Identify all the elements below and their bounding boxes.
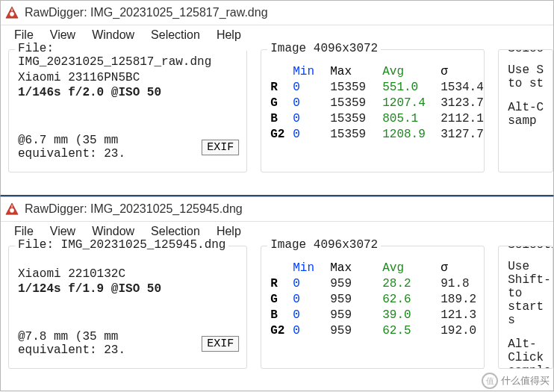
- channel-label: G2: [270, 324, 293, 337]
- col-max: Max: [330, 261, 382, 275]
- col-min: Min: [293, 261, 330, 275]
- avg-value: 39.0: [382, 308, 441, 322]
- title-bar: RawDigger: IMG_20231025_125817_raw.dng: [1, 1, 553, 25]
- channel-label: B: [270, 308, 293, 322]
- svg-point-1: [10, 12, 14, 16]
- menu-item[interactable]: Selection: [143, 27, 208, 43]
- avg-value: 805.1: [382, 112, 441, 125]
- channel-label: R: [270, 81, 293, 94]
- selection-hint: Alt-C: [508, 101, 545, 114]
- camera-model: Xiaomi 23116PN5BC: [18, 71, 239, 84]
- selection-legend: Selection/: [505, 246, 553, 252]
- sigma-value: 2112.1: [441, 112, 489, 125]
- sigma-value: 3123.7: [441, 96, 489, 110]
- col-sigma: σ: [441, 65, 489, 78]
- max-value: 959: [330, 293, 382, 306]
- menu-item[interactable]: Window: [84, 223, 142, 240]
- sigma-value: 189.2: [441, 293, 489, 306]
- menu-item[interactable]: File: [7, 27, 41, 43]
- min-value: 0: [293, 277, 330, 290]
- title-bar: RawDigger: IMG_20231025_125945.dng: [1, 197, 553, 222]
- max-value: 959: [330, 324, 382, 337]
- min-value: 0: [293, 293, 330, 306]
- svg-rect-2: [11, 9, 12, 12]
- min-value: 0: [293, 308, 330, 322]
- file-legend: File: IMG_20231025_125817_raw.dng: [15, 42, 246, 69]
- watermark-text: 什么值得买: [501, 374, 550, 388]
- selection-legend: Selec: [505, 49, 547, 55]
- menu-item[interactable]: File: [7, 223, 41, 240]
- selection-hint: Alt-Click: [508, 337, 545, 364]
- avg-value: 551.0: [382, 81, 441, 94]
- menu-item[interactable]: View: [43, 27, 83, 43]
- watermark: 值 什么值得买: [482, 373, 550, 389]
- col-avg: Avg: [382, 261, 441, 275]
- svg-rect-5: [11, 205, 12, 208]
- exposure-info: 1/124s f/1.9 @ISO 50: [18, 282, 239, 296]
- min-value: 0: [293, 112, 330, 125]
- col-max: Max: [330, 65, 382, 78]
- exif-button[interactable]: EXIF: [202, 140, 239, 155]
- col-min: Min: [293, 65, 330, 78]
- file-panel: File: IMG_20231025_125945.dngXiaomi 2210…: [8, 246, 247, 369]
- max-value: 959: [330, 308, 382, 322]
- avg-value: 62.5: [382, 324, 441, 337]
- camera-model: Xiaomi 2210132C: [18, 267, 239, 281]
- selection-hint: Use S: [508, 63, 545, 77]
- max-value: 15359: [330, 81, 382, 94]
- selection-hint: Use Shift-: [508, 260, 545, 287]
- file-panel: File: IMG_20231025_125817_raw.dngXiaomi …: [8, 49, 247, 172]
- menu-item[interactable]: View: [43, 223, 83, 240]
- svg-point-4: [10, 208, 14, 213]
- max-value: 959: [330, 277, 382, 290]
- min-value: 0: [293, 324, 330, 337]
- watermark-icon: 值: [482, 373, 498, 389]
- image-stats-panel: Image 4096x3072MinMaxAvgσR015359551.0153…: [261, 49, 485, 172]
- min-value: 0: [293, 81, 330, 94]
- stats-table: MinMaxAvgσR095928.291.8G095962.6189.2B09…: [270, 261, 476, 337]
- sigma-value: 91.8: [441, 277, 489, 290]
- col-avg: Avg: [382, 65, 441, 78]
- stats-table: MinMaxAvgσR015359551.01534.4G0153591207.…: [270, 65, 476, 141]
- channel-label: G2: [270, 128, 293, 141]
- selection-hint: sample: [508, 364, 545, 369]
- window-title: RawDigger: IMG_20231025_125945.dng: [25, 202, 243, 216]
- max-value: 15359: [330, 128, 382, 141]
- avg-value: 1207.4: [382, 96, 441, 110]
- image-legend: Image 4096x3072: [267, 42, 381, 55]
- menu-item[interactable]: Selection: [143, 223, 208, 240]
- exposure-info: 1/146s f/2.0 @ISO 50: [18, 86, 239, 99]
- avg-value: 28.2: [382, 277, 441, 290]
- channel-label: G: [270, 293, 293, 306]
- window-title: RawDigger: IMG_20231025_125817_raw.dng: [25, 6, 268, 19]
- avg-value: 1208.9: [382, 128, 441, 141]
- sigma-value: 192.0: [441, 324, 489, 337]
- image-stats-panel: Image 4096x3072MinMaxAvgσR095928.291.8G0…: [261, 246, 485, 369]
- selection-panel: SelecUse Sto stAlt-Csamp: [498, 49, 553, 172]
- sigma-value: 121.3: [441, 308, 489, 322]
- col-sigma: σ: [441, 261, 489, 275]
- channel-label: R: [270, 277, 293, 290]
- channel-label: B: [270, 112, 293, 125]
- selection-panel: Selection/Use Shift-to start sAlt-Clicks…: [498, 246, 553, 369]
- menu-item[interactable]: Help: [209, 27, 249, 43]
- selection-hint: to st: [508, 77, 545, 90]
- min-value: 0: [293, 128, 330, 141]
- focal-length: @6.7 mm (35 mm equivalent: 23.: [18, 134, 200, 161]
- exif-button[interactable]: EXIF: [202, 336, 239, 352]
- avg-value: 62.6: [382, 293, 441, 306]
- focal-length: @7.8 mm (35 mm equivalent: 23.: [18, 330, 200, 357]
- app-window: RawDigger: IMG_20231025_125945.dngFileVi…: [0, 196, 554, 391]
- sigma-value: 3127.7: [441, 128, 489, 141]
- max-value: 15359: [330, 112, 382, 125]
- selection-hint: to start s: [508, 287, 545, 327]
- menu-item[interactable]: Help: [209, 223, 249, 240]
- file-legend: File: IMG_20231025_125945.dng: [15, 238, 228, 252]
- max-value: 15359: [330, 96, 382, 110]
- app-window: RawDigger: IMG_20231025_125817_raw.dngFi…: [0, 0, 554, 196]
- min-value: 0: [293, 96, 330, 110]
- menu-item[interactable]: Window: [84, 27, 142, 43]
- app-icon: [5, 6, 19, 19]
- app-icon: [5, 202, 19, 216]
- selection-hint: samp: [508, 114, 545, 128]
